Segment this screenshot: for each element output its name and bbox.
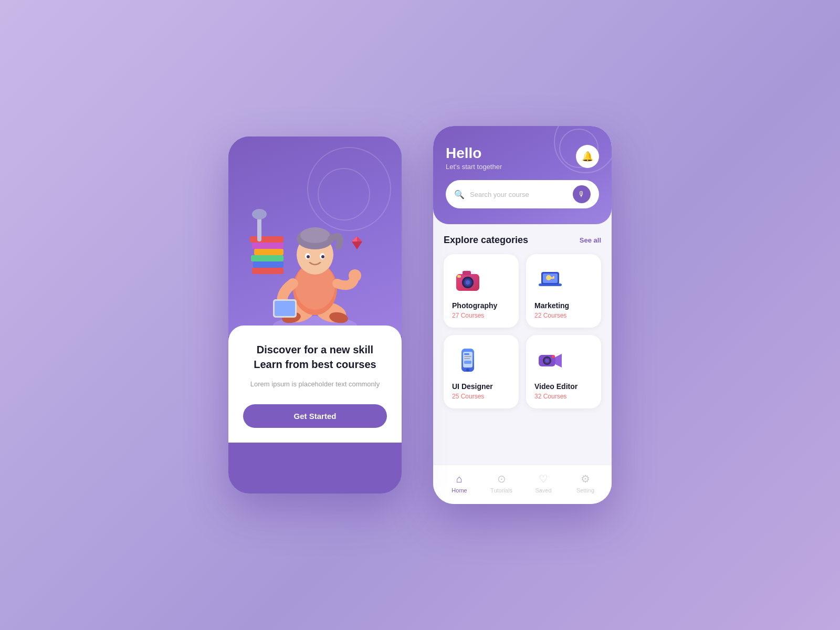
svg-point-37 <box>458 270 477 289</box>
nav-saved-label: Saved <box>535 487 551 494</box>
svg-rect-0 <box>252 268 284 274</box>
ui-designer-count: 25 Courses <box>452 393 510 400</box>
video-editor-icon-area <box>534 344 566 376</box>
greeting-block: Hello Let's start together <box>446 145 502 171</box>
svg-point-57 <box>552 355 555 358</box>
svg-rect-49 <box>464 358 470 359</box>
svg-point-21 <box>300 227 330 243</box>
nav-tutorials-label: Tutorials <box>490 487 512 494</box>
svg-rect-47 <box>464 353 469 355</box>
nav-saved[interactable]: ♡ Saved <box>528 472 559 494</box>
svg-rect-17 <box>275 301 295 316</box>
svg-marker-56 <box>555 354 562 368</box>
categories-title: Explore categories <box>444 235 528 246</box>
categories-grid: Photography 27 Courses <box>444 254 601 408</box>
character-illustration <box>242 184 388 336</box>
marketing-name: Marketing <box>534 301 593 310</box>
category-card-ui-designer[interactable]: UI Designer 25 Courses <box>444 335 519 408</box>
header-deco-circle-2 <box>559 129 598 168</box>
svg-rect-43 <box>553 276 554 278</box>
category-card-marketing[interactable]: Marketing 22 Courses <box>526 254 601 328</box>
phone-right: Hello Let's start together 🔔 🔍 Search yo… <box>433 126 612 504</box>
svg-point-55 <box>545 359 549 363</box>
svg-rect-1 <box>253 261 284 268</box>
svg-rect-5 <box>250 236 284 243</box>
nav-tutorials[interactable]: ⊙ Tutorials <box>486 472 517 494</box>
svg-rect-50 <box>464 361 471 364</box>
mic-icon: 🎙 <box>578 190 585 198</box>
category-card-video-editor[interactable]: Video Editor 32 Courses <box>526 335 601 408</box>
phone-left-content: Discover for a new skill Learn from best… <box>228 326 402 443</box>
marketing-icon-area <box>534 264 566 295</box>
svg-marker-28 <box>352 236 357 242</box>
categories-header: Explore categories See all <box>444 235 601 246</box>
phones-container: Discover for a new skill Learn from best… <box>228 126 612 504</box>
video-editor-name: Video Editor <box>534 382 593 391</box>
svg-rect-2 <box>251 255 284 261</box>
svg-point-51 <box>466 369 469 372</box>
photography-count: 27 Courses <box>452 312 510 319</box>
nav-home[interactable]: ⌂ Home <box>444 473 475 494</box>
greeting-hello: Hello <box>446 145 502 162</box>
nav-setting[interactable]: ⚙ Setting <box>570 472 601 494</box>
search-icon: 🔍 <box>454 190 465 200</box>
search-input-placeholder: Search your course <box>470 191 568 198</box>
saved-icon: ♡ <box>539 472 548 485</box>
mic-button[interactable]: 🎙 <box>573 185 591 203</box>
nav-home-label: Home <box>452 487 467 494</box>
svg-point-25 <box>321 255 324 258</box>
photography-name: Photography <box>452 301 510 310</box>
ui-designer-icon-area <box>452 344 484 376</box>
subtext: Lorem ipsum is placeholder text commonly <box>243 379 387 390</box>
see-all-link[interactable]: See all <box>580 236 601 244</box>
greeting-subtext: Let's start together <box>446 163 502 171</box>
home-icon: ⌂ <box>456 473 463 485</box>
phone-header: Hello Let's start together 🔔 🔍 Search yo… <box>433 126 612 224</box>
category-card-photography[interactable]: Photography 27 Courses <box>444 254 519 328</box>
svg-rect-3 <box>254 249 284 255</box>
phone-left: Discover for a new skill Learn from best… <box>228 136 402 494</box>
photography-icon-area <box>452 264 484 295</box>
video-editor-count: 32 Courses <box>534 393 593 400</box>
categories-section: Explore categories See all <box>433 224 612 465</box>
get-started-button[interactable]: Get Started <box>243 404 387 428</box>
ui-designer-name: UI Designer <box>452 382 510 391</box>
search-bar[interactable]: 🔍 Search your course 🎙 <box>446 180 599 208</box>
bottom-nav: ⌂ Home ⊙ Tutorials ♡ Saved ⚙ Setting <box>433 465 612 504</box>
svg-marker-27 <box>352 242 362 249</box>
setting-icon: ⚙ <box>581 472 590 485</box>
svg-point-7 <box>252 209 267 219</box>
svg-point-24 <box>307 255 310 258</box>
marketing-count: 22 Courses <box>534 312 593 319</box>
phone-left-header <box>228 136 402 336</box>
nav-setting-label: Setting <box>576 487 594 494</box>
svg-point-15 <box>349 269 361 282</box>
tutorials-icon: ⊙ <box>497 472 506 485</box>
headline: Discover for a new skill Learn from best… <box>243 342 387 372</box>
svg-rect-4 <box>252 243 284 249</box>
svg-rect-48 <box>464 356 471 357</box>
